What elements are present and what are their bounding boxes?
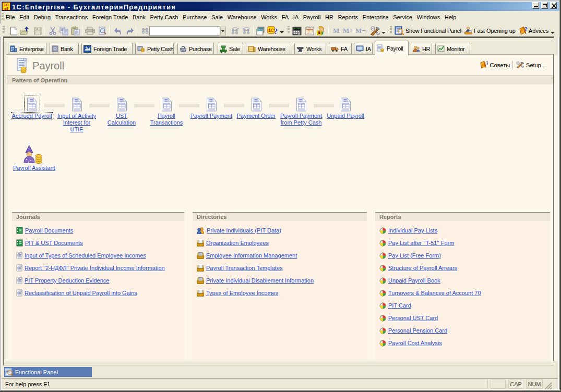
svg-text:?: ? bbox=[486, 60, 488, 66]
svg-text:v8: v8 bbox=[4, 7, 8, 10]
svg-text:?: ? bbox=[524, 26, 528, 33]
svg-text:1C: 1C bbox=[268, 27, 274, 32]
svg-text:?: ? bbox=[274, 28, 278, 35]
